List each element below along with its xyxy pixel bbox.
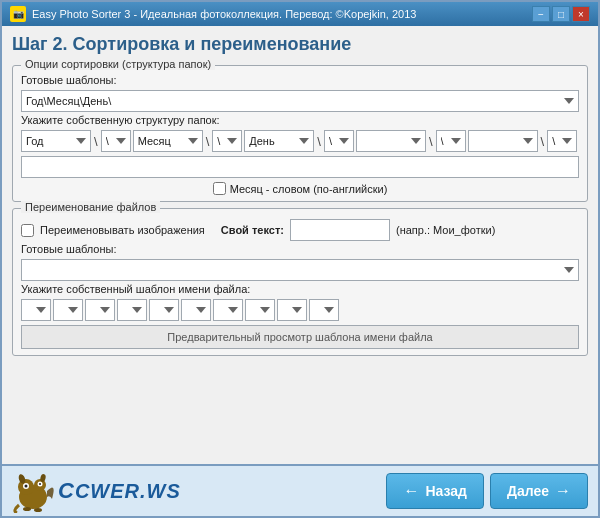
segment-5-select[interactable] [468,130,538,152]
rename-seg-5[interactable] [149,299,179,321]
sep-select-3[interactable]: \ [324,130,354,152]
rename-seg-9[interactable] [277,299,307,321]
rename-seg-4[interactable] [117,299,147,321]
segment-2-select[interactable]: Месяц [133,130,203,152]
sep-select-1[interactable]: \ [101,130,131,152]
svg-point-4 [25,485,28,488]
sep-select-2[interactable]: \ [212,130,242,152]
next-button[interactable]: Далее → [490,473,588,509]
custom-label-row: Укажите собственную структуру папок: [21,114,579,126]
sep-1: \ [93,134,99,149]
rename-top-row: Переименовывать изображения Свой текст: … [21,219,579,241]
next-label: Далее [507,483,549,499]
minimize-button[interactable]: − [532,6,550,22]
templates-label-row: Готовые шаблоны: [21,74,579,86]
sort-options-group: Опции сортировки (структура папок) Готов… [12,65,588,202]
sep-3: \ [316,134,322,149]
custom-structure-label: Укажите собственную структуру папок: [21,114,220,126]
sep-2: \ [205,134,211,149]
segment-4-select[interactable] [356,130,426,152]
month-english-label: Месяц - словом (по-английски) [230,183,388,195]
rename-templates-label-row: Готовые шаблоны: [21,243,579,255]
logo-creature-icon [12,469,54,513]
sep-select-4[interactable]: \ [436,130,466,152]
own-text-input[interactable]: CWER.ws [290,219,390,241]
example-label: (напр.: Мои_фотки) [396,224,495,236]
own-text-label: Свой текст: [221,224,284,236]
app-icon: 📷 [10,6,26,22]
folder-structure-row: Год \ \ Месяц \ \ День \ \ \ \ [21,130,579,152]
month-checkbox-row: Месяц - словом (по-английски) [21,182,579,195]
rename-seg-10[interactable] [309,299,339,321]
back-arrow-icon: ← [403,482,419,500]
maximize-button[interactable]: □ [552,6,570,22]
rename-seg-2[interactable] [53,299,83,321]
segment-3-select[interactable]: День [244,130,314,152]
logo-text-main: CWER.WS [75,480,181,502]
rename-group: Переименование файлов Переименовывать из… [12,208,588,356]
folder-preview-input: Год\Месяц\День\ [21,156,579,178]
rename-seg-3[interactable] [85,299,115,321]
segment-1-select[interactable]: Год [21,130,91,152]
logo-text: CCWER.WS [58,478,181,504]
next-arrow-icon: → [555,482,571,500]
rename-group-title: Переименование файлов [21,201,160,213]
folder-templates-select[interactable]: Год\Месяц\День\ [21,90,579,112]
sep-5: \ [540,134,546,149]
back-button[interactable]: ← Назад [386,473,484,509]
templates-select-row: Год\Месяц\День\ [21,90,579,112]
preview-template-button[interactable]: Предварительный просмотр шаблона имени ф… [21,325,579,349]
month-english-checkbox[interactable] [213,182,226,195]
svg-point-9 [23,507,31,511]
rename-checkbox[interactable] [21,224,34,237]
svg-point-10 [34,508,42,512]
rename-custom-label: Укажите собственный шаблон имени файла: [21,283,250,295]
rename-seg-8[interactable] [245,299,275,321]
rename-templates-select-row [21,259,579,281]
titlebar-left: 📷 Easy Photo Sorter 3 - Идеальная фотоко… [10,6,416,22]
rename-segments-row [21,299,579,321]
sep-4: \ [428,134,434,149]
nav-buttons: ← Назад Далее → [386,473,588,509]
sort-options-group-title: Опции сортировки (структура папок) [21,58,215,70]
page-title: Шаг 2. Сортировка и переименование [12,34,588,55]
titlebar-controls: − □ × [532,6,590,22]
rename-seg-1[interactable] [21,299,51,321]
close-button[interactable]: × [572,6,590,22]
main-window: 📷 Easy Photo Sorter 3 - Идеальная фотоко… [0,0,600,518]
logo-area: CCWER.WS [12,469,181,513]
main-content: Шаг 2. Сортировка и переименование Опции… [2,26,598,464]
rename-seg-6[interactable] [181,299,211,321]
bottom-bar: CCWER.WS ← Назад Далее → [2,464,598,516]
rename-custom-label-row: Укажите собственный шаблон имени файла: [21,283,579,295]
titlebar-title: Easy Photo Sorter 3 - Идеальная фотоколл… [32,8,416,20]
rename-templates-label: Готовые шаблоны: [21,243,117,255]
rename-templates-select[interactable] [21,259,579,281]
back-label: Назад [425,483,467,499]
svg-point-6 [39,483,41,485]
titlebar: 📷 Easy Photo Sorter 3 - Идеальная фотоко… [2,2,598,26]
templates-label: Готовые шаблоны: [21,74,117,86]
rename-checkbox-label: Переименовывать изображения [40,224,205,236]
sep-select-5[interactable]: \ [547,130,577,152]
rename-seg-7[interactable] [213,299,243,321]
